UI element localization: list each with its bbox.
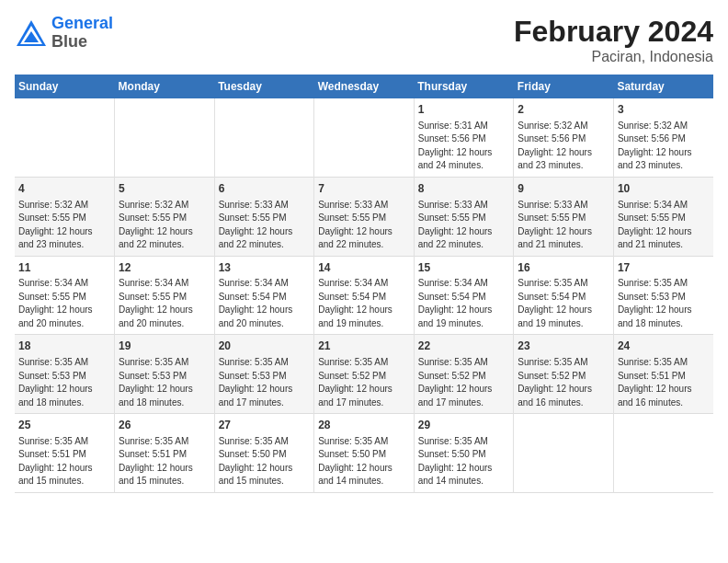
day-number: 25 — [18, 418, 110, 433]
page-subtitle: Paciran, Indonesia — [514, 49, 713, 65]
calendar-cell: 19Sunrise: 5:35 AM Sunset: 5:53 PM Dayli… — [115, 335, 215, 414]
cell-content: Sunrise: 5:35 AM Sunset: 5:50 PM Dayligh… — [219, 435, 311, 488]
calendar-cell: 17Sunrise: 5:35 AM Sunset: 5:53 PM Dayli… — [613, 256, 713, 335]
calendar-cell: 2Sunrise: 5:32 AM Sunset: 5:56 PM Daylig… — [514, 98, 614, 177]
cell-content: Sunrise: 5:34 AM Sunset: 5:55 PM Dayligh… — [18, 277, 110, 330]
cell-content: Sunrise: 5:32 AM Sunset: 5:55 PM Dayligh… — [18, 199, 110, 252]
logo-text: General Blue — [51, 15, 113, 52]
col-header-monday: Monday — [115, 75, 215, 98]
cell-content: Sunrise: 5:35 AM Sunset: 5:53 PM Dayligh… — [119, 356, 210, 409]
cell-content: Sunrise: 5:35 AM Sunset: 5:51 PM Dayligh… — [618, 356, 710, 409]
calendar-cell: 10Sunrise: 5:34 AM Sunset: 5:55 PM Dayli… — [613, 177, 713, 256]
calendar-week-4: 18Sunrise: 5:35 AM Sunset: 5:53 PM Dayli… — [15, 335, 713, 414]
calendar-cell: 24Sunrise: 5:35 AM Sunset: 5:51 PM Dayli… — [613, 335, 713, 414]
calendar-header-row: SundayMondayTuesdayWednesdayThursdayFrid… — [15, 75, 713, 98]
cell-content: Sunrise: 5:35 AM Sunset: 5:50 PM Dayligh… — [418, 435, 510, 488]
calendar-cell: 28Sunrise: 5:35 AM Sunset: 5:50 PM Dayli… — [314, 414, 415, 493]
calendar-week-2: 4Sunrise: 5:32 AM Sunset: 5:55 PM Daylig… — [15, 177, 713, 256]
day-number: 5 — [119, 181, 210, 197]
calendar-cell: 1Sunrise: 5:31 AM Sunset: 5:56 PM Daylig… — [414, 98, 514, 177]
day-number: 12 — [119, 260, 210, 276]
calendar-cell — [514, 414, 614, 493]
calendar-cell: 6Sunrise: 5:33 AM Sunset: 5:55 PM Daylig… — [214, 177, 314, 256]
day-number: 18 — [18, 339, 110, 354]
cell-content: Sunrise: 5:35 AM Sunset: 5:53 PM Dayligh… — [618, 277, 710, 330]
col-header-friday: Friday — [514, 75, 614, 98]
cell-content: Sunrise: 5:35 AM Sunset: 5:52 PM Dayligh… — [318, 356, 410, 409]
cell-content: Sunrise: 5:35 AM Sunset: 5:50 PM Dayligh… — [318, 435, 410, 488]
calendar-cell: 4Sunrise: 5:32 AM Sunset: 5:55 PM Daylig… — [15, 177, 115, 256]
cell-content: Sunrise: 5:32 AM Sunset: 5:55 PM Dayligh… — [119, 199, 210, 252]
day-number: 17 — [618, 260, 710, 276]
day-number: 26 — [119, 418, 210, 433]
day-number: 3 — [618, 102, 710, 118]
calendar-week-1: 1Sunrise: 5:31 AM Sunset: 5:56 PM Daylig… — [15, 98, 713, 177]
day-number: 28 — [318, 418, 410, 433]
calendar-cell: 18Sunrise: 5:35 AM Sunset: 5:53 PM Dayli… — [15, 335, 115, 414]
calendar-cell: 9Sunrise: 5:33 AM Sunset: 5:55 PM Daylig… — [514, 177, 614, 256]
cell-content: Sunrise: 5:34 AM Sunset: 5:54 PM Dayligh… — [318, 277, 410, 330]
calendar-week-5: 25Sunrise: 5:35 AM Sunset: 5:51 PM Dayli… — [15, 414, 713, 493]
calendar-cell: 5Sunrise: 5:32 AM Sunset: 5:55 PM Daylig… — [115, 177, 215, 256]
calendar-cell: 15Sunrise: 5:34 AM Sunset: 5:54 PM Dayli… — [414, 256, 514, 335]
calendar-cell: 25Sunrise: 5:35 AM Sunset: 5:51 PM Dayli… — [15, 414, 115, 493]
calendar-cell — [214, 98, 314, 177]
cell-content: Sunrise: 5:35 AM Sunset: 5:52 PM Dayligh… — [518, 356, 609, 409]
cell-content: Sunrise: 5:32 AM Sunset: 5:56 PM Dayligh… — [518, 120, 609, 173]
day-number: 16 — [518, 260, 609, 276]
calendar-cell: 29Sunrise: 5:35 AM Sunset: 5:50 PM Dayli… — [414, 414, 514, 493]
calendar-cell: 7Sunrise: 5:33 AM Sunset: 5:55 PM Daylig… — [314, 177, 415, 256]
calendar-cell — [115, 98, 215, 177]
day-number: 27 — [219, 418, 311, 433]
cell-content: Sunrise: 5:35 AM Sunset: 5:52 PM Dayligh… — [418, 356, 510, 409]
day-number: 4 — [18, 181, 110, 197]
day-number: 20 — [219, 339, 311, 354]
cell-content: Sunrise: 5:34 AM Sunset: 5:54 PM Dayligh… — [418, 277, 510, 330]
cell-content: Sunrise: 5:35 AM Sunset: 5:51 PM Dayligh… — [119, 435, 210, 488]
col-header-saturday: Saturday — [613, 75, 713, 98]
cell-content: Sunrise: 5:35 AM Sunset: 5:54 PM Dayligh… — [518, 277, 609, 330]
calendar-cell: 22Sunrise: 5:35 AM Sunset: 5:52 PM Dayli… — [414, 335, 514, 414]
cell-content: Sunrise: 5:34 AM Sunset: 5:55 PM Dayligh… — [119, 277, 210, 330]
calendar-cell: 16Sunrise: 5:35 AM Sunset: 5:54 PM Dayli… — [514, 256, 614, 335]
logo-icon — [15, 17, 48, 50]
day-number: 9 — [518, 181, 609, 197]
day-number: 10 — [618, 181, 710, 197]
calendar-cell: 12Sunrise: 5:34 AM Sunset: 5:55 PM Dayli… — [115, 256, 215, 335]
day-number: 19 — [119, 339, 210, 354]
col-header-wednesday: Wednesday — [314, 75, 415, 98]
day-number: 13 — [219, 260, 311, 276]
calendar-cell — [314, 98, 415, 177]
page-header: General Blue February 2024 Paciran, Indo… — [15, 15, 713, 65]
calendar-cell: 27Sunrise: 5:35 AM Sunset: 5:50 PM Dayli… — [214, 414, 314, 493]
calendar-cell: 14Sunrise: 5:34 AM Sunset: 5:54 PM Dayli… — [314, 256, 415, 335]
cell-content: Sunrise: 5:34 AM Sunset: 5:55 PM Dayligh… — [618, 199, 710, 252]
col-header-tuesday: Tuesday — [214, 75, 314, 98]
calendar-cell: 23Sunrise: 5:35 AM Sunset: 5:52 PM Dayli… — [514, 335, 614, 414]
day-number: 1 — [418, 102, 510, 118]
calendar-cell: 11Sunrise: 5:34 AM Sunset: 5:55 PM Dayli… — [15, 256, 115, 335]
day-number: 8 — [418, 181, 510, 197]
calendar-cell: 20Sunrise: 5:35 AM Sunset: 5:53 PM Dayli… — [214, 335, 314, 414]
day-number: 22 — [418, 339, 510, 354]
day-number: 2 — [518, 102, 609, 118]
cell-content: Sunrise: 5:34 AM Sunset: 5:54 PM Dayligh… — [219, 277, 311, 330]
calendar-cell — [613, 414, 713, 493]
cell-content: Sunrise: 5:33 AM Sunset: 5:55 PM Dayligh… — [219, 199, 311, 252]
day-number: 14 — [318, 260, 410, 276]
cell-content: Sunrise: 5:32 AM Sunset: 5:56 PM Dayligh… — [618, 120, 710, 173]
calendar-cell: 26Sunrise: 5:35 AM Sunset: 5:51 PM Dayli… — [115, 414, 215, 493]
page-title: February 2024 — [514, 15, 713, 49]
col-header-thursday: Thursday — [414, 75, 514, 98]
day-number: 6 — [219, 181, 311, 197]
cell-content: Sunrise: 5:33 AM Sunset: 5:55 PM Dayligh… — [418, 199, 510, 252]
day-number: 29 — [418, 418, 510, 433]
col-header-sunday: Sunday — [15, 75, 115, 98]
cell-content: Sunrise: 5:35 AM Sunset: 5:53 PM Dayligh… — [18, 356, 110, 409]
calendar-week-3: 11Sunrise: 5:34 AM Sunset: 5:55 PM Dayli… — [15, 256, 713, 335]
cell-content: Sunrise: 5:33 AM Sunset: 5:55 PM Dayligh… — [318, 199, 410, 252]
day-number: 24 — [618, 339, 710, 354]
calendar-table: SundayMondayTuesdayWednesdayThursdayFrid… — [15, 75, 713, 493]
day-number: 7 — [318, 181, 410, 197]
day-number: 15 — [418, 260, 510, 276]
